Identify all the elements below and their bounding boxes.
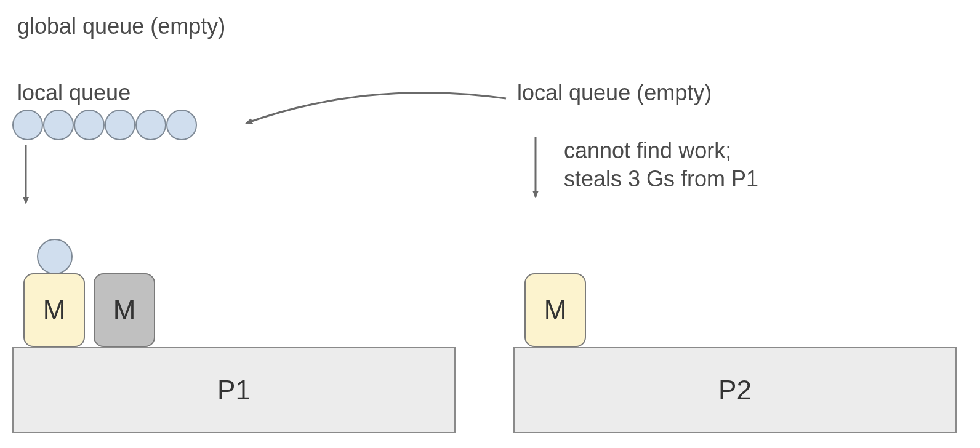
goroutine-icon: [105, 110, 135, 140]
steal-note-line2: steals 3 Gs from P1: [564, 165, 758, 194]
steal-note-line1: cannot find work;: [564, 137, 731, 166]
global-queue-label: global queue (empty): [17, 12, 225, 41]
m-label: M: [113, 295, 136, 326]
p1-local-queue: [12, 110, 197, 140]
m-label: M: [544, 295, 567, 326]
m-thread-idle-p1: M: [94, 273, 155, 347]
local-queue-p2-label: local queue (empty): [517, 79, 712, 108]
arrow-work-steal-icon: [246, 92, 506, 123]
goroutine-icon: [43, 110, 74, 140]
processor-p2: P2: [513, 347, 957, 433]
goroutine-running-icon: [37, 239, 73, 274]
goroutine-icon: [166, 110, 197, 140]
m-thread-active-p1: M: [23, 273, 85, 347]
processor-p1: P1: [12, 347, 456, 433]
m-label: M: [43, 295, 66, 326]
goroutine-icon: [12, 110, 43, 140]
processor-label: P1: [217, 375, 251, 406]
goroutine-icon: [74, 110, 105, 140]
m-thread-active-p2: M: [524, 273, 586, 347]
local-queue-p1-label: local queue: [17, 79, 131, 108]
goroutine-icon: [135, 110, 166, 140]
processor-label: P2: [718, 375, 752, 406]
